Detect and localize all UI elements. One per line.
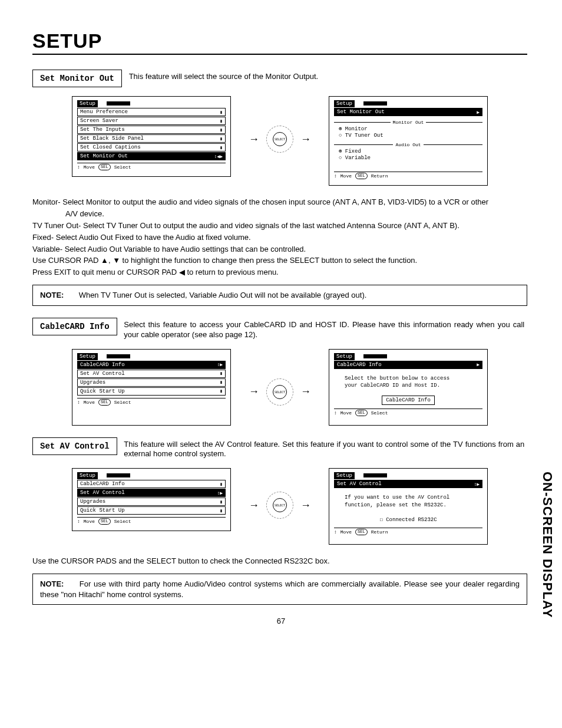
instruction-text: function, please set the RS232C. — [345, 502, 447, 508]
cursor-pad-icon: SELECT — [266, 126, 293, 153]
group-label: Monitor Out — [334, 120, 482, 125]
note-label: NOTE: — [40, 290, 77, 301]
select-button-label: SELECT — [273, 132, 287, 146]
osd-item: Set Black Side Panel▮ — [77, 134, 226, 143]
osd-item: CableCARD Info↕▶ — [77, 361, 226, 369]
select-button-label: SELECT — [273, 385, 287, 399]
sel-key-icon: SEL — [355, 173, 368, 179]
select-pad-group: → SELECT → — [249, 468, 311, 519]
osd-menu-setup-left-2: Setup CableCARD Info↕▶Set AV Control▮Upg… — [72, 349, 231, 426]
foot-select: Select — [114, 519, 131, 524]
osd-item: Set Closed Captions▮ — [77, 143, 226, 151]
nav-arrows-icon: ↕ — [334, 410, 337, 416]
nav-arrows-icon: ↕ — [77, 519, 80, 524]
sel-key-icon: SEL — [355, 529, 368, 535]
section-label-set-monitor-out: Set Monitor Out — [32, 70, 122, 87]
radio-option: ⊛ Monitor — [339, 126, 482, 132]
radio-option: ○ Variable — [339, 155, 482, 161]
cablecard-info-button[interactable]: CableCARD Info — [382, 396, 435, 405]
section-desc: This feature will select the AV Control … — [124, 437, 524, 460]
note-text: When TV Tuner Out is selected, Variable … — [79, 291, 367, 299]
foot-move: Move — [340, 529, 352, 535]
section-desc: This feature will select the source of t… — [129, 70, 319, 82]
osd-menu-cablecard-info: Setup CableCARD Info▶ Select the button … — [329, 349, 488, 426]
page-number: 67 — [32, 617, 530, 625]
foot-move: Move — [340, 173, 352, 179]
osd-item: Upgrades▮ — [77, 378, 226, 387]
foot-select: Select — [114, 164, 131, 170]
nav-arrows-icon: ↕ — [77, 164, 80, 170]
foot-move: Move — [84, 400, 95, 405]
osd-menu-set-monitor-out: Setup Set Monitor Out▶ Monitor Out ⊛ Mon… — [329, 96, 488, 186]
instruction-text: If you want to use the AV Control — [345, 495, 449, 500]
note-label: NOTE: — [40, 579, 77, 589]
note-text: For use with third party home Audio/Vide… — [40, 579, 520, 599]
osd-menu-setup-left-1: Setup Menu Preference▮Screen Saver▮Set T… — [72, 96, 231, 177]
foot-move: Move — [84, 519, 95, 524]
instruction-text: your CableCARD ID and Host ID. — [345, 383, 440, 388]
radio-option: ○ TV Tuner Out — [339, 133, 482, 139]
osd-item: Set The Inputs▮ — [77, 126, 226, 134]
osd-item: Upgrades▮ — [77, 498, 226, 506]
section-label-cablecard-info: CableCARD Info — [32, 318, 117, 335]
osd-item: Screen Saver▮ — [77, 117, 226, 125]
select-pad-group: → SELECT → — [249, 349, 311, 406]
osd-item: CableCARD Info▮ — [77, 480, 226, 488]
osd-item: Set Monitor Out▶ — [334, 108, 482, 116]
cursor-pad-icon: SELECT — [266, 492, 293, 519]
osd-item: Menu Preference▮ — [77, 108, 226, 116]
section-label-set-av-control: Set AV Control — [32, 437, 117, 455]
side-tab: ON-SCREEN DISPLAY — [540, 472, 555, 618]
sel-key-icon: SEL — [355, 410, 368, 416]
osd-item: Set AV Control↕▶ — [334, 480, 482, 488]
osd-item: Set AV Control▮ — [77, 370, 226, 378]
arrow-right-icon: → — [249, 133, 259, 146]
section-desc: Select this feature to access your Cable… — [124, 318, 524, 340]
osd-header: Setup — [334, 472, 355, 479]
body-text-av-control: Use the CURSOR PADS and the SELECT butto… — [32, 556, 527, 566]
osd-header: Setup — [334, 100, 355, 107]
connected-rs232c-checkbox[interactable]: ☐ Connected RS232C — [376, 515, 440, 524]
osd-item: Quick Start Up▮ — [77, 506, 226, 515]
osd-item: Set AV Control↕▶ — [77, 489, 226, 497]
foot-move: Move — [84, 164, 95, 170]
cursor-pad-icon: SELECT — [266, 378, 293, 406]
osd-item: Quick Start Up▮ — [77, 387, 226, 396]
osd-item: CableCARD Info▶ — [334, 361, 482, 369]
body-text-monitor-out: Monitor- Select Monitor to output the au… — [32, 197, 527, 278]
arrow-right-icon: → — [300, 386, 311, 398]
note-box: NOTE: When TV Tuner Out is selected, Var… — [32, 285, 527, 306]
arrow-right-icon: → — [249, 499, 259, 512]
sel-key-icon: SEL — [98, 518, 111, 525]
arrow-right-icon: → — [300, 133, 311, 146]
select-button-label: SELECT — [273, 498, 287, 512]
foot-select: Select — [371, 410, 388, 416]
radio-option: ⊛ Fixed — [339, 148, 482, 154]
arrow-right-icon: → — [300, 499, 311, 512]
foot-move: Move — [340, 410, 352, 416]
page-title: Setup — [32, 29, 527, 55]
instruction-text: Select the button below to access — [345, 375, 449, 381]
arrow-right-icon: → — [249, 386, 259, 398]
osd-menu-set-av-control: Setup Set AV Control↕▶ If you want to us… — [329, 468, 488, 545]
osd-item: Set Monitor Out↕◀▶ — [77, 152, 226, 160]
nav-arrows-icon: ↕ — [334, 173, 337, 179]
osd-header: Setup — [77, 353, 98, 360]
foot-select: Select — [114, 400, 131, 405]
group-label: Audio Out — [334, 142, 482, 147]
osd-header: Setup — [77, 472, 98, 479]
osd-header: Setup — [77, 100, 98, 107]
sel-key-icon: SEL — [98, 399, 111, 406]
sel-key-icon: SEL — [98, 164, 111, 170]
nav-arrows-icon: ↕ — [77, 400, 80, 405]
foot-return: Return — [371, 173, 388, 179]
note-box: NOTE: For use with third party home Audi… — [32, 574, 527, 605]
foot-return: Return — [371, 529, 388, 535]
nav-arrows-icon: ↕ — [334, 529, 337, 535]
osd-menu-setup-left-3: Setup CableCARD Info▮Set AV Control↕▶Upg… — [72, 468, 231, 531]
osd-header: Setup — [334, 353, 355, 360]
select-pad-group: → SELECT → — [249, 96, 311, 153]
